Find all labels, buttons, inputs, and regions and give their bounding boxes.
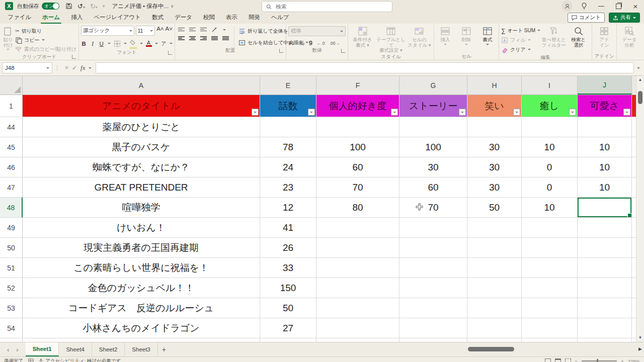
ribbon-tab-ホーム[interactable]: ホーム [37, 12, 65, 24]
cell-H52[interactable] [467, 278, 522, 298]
shrink-font-button[interactable]: A˅ [166, 26, 173, 36]
cell-E47[interactable]: 23 [260, 177, 316, 198]
cell-H46[interactable]: 30 [467, 157, 522, 177]
cell-J49[interactable] [578, 218, 632, 238]
italic-button[interactable]: I [90, 41, 96, 47]
cell-F50[interactable] [316, 238, 399, 258]
cell-I49[interactable] [522, 218, 578, 238]
cell-G54[interactable] [399, 318, 467, 338]
insert-function-button[interactable]: fx [80, 64, 85, 72]
cell-styles-button[interactable]: セルの スタイル ▾ [407, 25, 432, 48]
cell-G46[interactable]: 30 [399, 157, 467, 177]
scroll-down-arrow[interactable]: ▼ [638, 334, 642, 341]
column-header-F[interactable]: F [316, 76, 399, 95]
cell-J44[interactable] [578, 117, 632, 137]
cell-A54[interactable]: 小林さんちのメイドラゴン [23, 318, 260, 338]
cell-H50[interactable] [467, 238, 522, 258]
cell-E49[interactable]: 41 [260, 218, 316, 238]
cell-A47[interactable]: GREAT PRETENDER [23, 177, 260, 198]
dialog-launcher-icon[interactable] [341, 49, 345, 53]
row-header-47[interactable]: 47 [0, 177, 23, 198]
cell-H54[interactable] [467, 318, 522, 338]
sort-filter-button[interactable]: 並べ替えと フィルター [541, 25, 567, 48]
comments-button[interactable]: コメント [568, 13, 605, 23]
fill-color-button[interactable] [130, 38, 137, 49]
cell-F52[interactable] [316, 278, 399, 298]
row-header-45[interactable]: 45 [0, 137, 23, 157]
cell-J51[interactable] [578, 258, 632, 278]
row-header-51[interactable]: 51 [0, 258, 23, 278]
cell-A49[interactable]: けいおん！ [23, 218, 260, 238]
cell-E46[interactable]: 24 [260, 157, 316, 177]
page-break-view-button[interactable] [565, 358, 571, 362]
orientation-icon[interactable] [211, 27, 218, 33]
cut-button[interactable]: ✂切り取り [15, 27, 76, 35]
header-cell-I[interactable]: 癒し [522, 95, 578, 117]
account-avatar[interactable] [561, 1, 573, 12]
cell-F51[interactable] [316, 258, 399, 278]
name-box[interactable]: J48 [2, 62, 52, 73]
select-all-corner[interactable] [0, 76, 23, 95]
ribbon-tab-ファイル[interactable]: ファイル [2, 12, 37, 24]
cell-A46[interactable]: 蜘蛛ですが、なにか？ [23, 157, 260, 177]
filter-button-F[interactable] [391, 109, 398, 116]
ribbon-tab-ページレイアウト[interactable]: ページレイアウト [88, 12, 146, 24]
cell-F48[interactable]: 80 [316, 198, 399, 218]
accessibility-status[interactable]: アクセシビリティ: 検討が必要です [39, 358, 121, 362]
conditional-formatting-button[interactable]: 条件付き 書式 ▾ [350, 25, 375, 48]
cell-E50[interactable]: 26 [260, 238, 316, 258]
dialog-launcher-icon[interactable] [279, 49, 283, 53]
cancel-formula-button[interactable]: × [65, 64, 68, 71]
cell-G49[interactable] [399, 218, 467, 238]
filter-button-E[interactable] [308, 109, 315, 116]
scroll-right-arrow[interactable]: ▶ [638, 346, 642, 351]
cell-J52[interactable] [578, 278, 632, 298]
delete-cells-button[interactable]: 削除 [457, 25, 475, 45]
cell-G53[interactable] [399, 298, 467, 318]
cell-H51[interactable] [467, 258, 522, 278]
bold-button[interactable]: B [81, 41, 87, 47]
zoom-slider-knob[interactable] [597, 359, 598, 362]
cell-F45[interactable]: 100 [316, 137, 399, 157]
row-header-53[interactable]: 53 [0, 298, 23, 318]
increase-indent-icon[interactable] [222, 36, 229, 41]
comma-format-button[interactable]: 9 [309, 39, 312, 47]
align-top-icon[interactable] [178, 28, 185, 32]
restore-button[interactable] [610, 0, 627, 12]
scroll-up-arrow[interactable]: ▲ [638, 76, 642, 83]
undo-button[interactable]: ↺▾ [77, 3, 85, 10]
cell-J54[interactable] [578, 318, 632, 338]
column-header-J[interactable]: J [578, 76, 632, 95]
cell-E48[interactable]: 12 [260, 198, 316, 218]
cell-J47[interactable]: 10 [578, 177, 632, 198]
cell-A52[interactable]: 金色のガッシュベル！！ [23, 278, 260, 298]
filter-button-H[interactable] [513, 109, 520, 116]
cell-I50[interactable] [522, 238, 578, 258]
cell-F53[interactable] [316, 298, 399, 318]
cell-G48[interactable]: 70 [399, 198, 467, 218]
row-header-54[interactable]: 54 [0, 318, 23, 338]
share-button[interactable]: 共有 [609, 13, 640, 23]
cell-J53[interactable] [578, 298, 632, 318]
lightbulb-icon[interactable] [576, 0, 593, 12]
font-size-select[interactable]: 11 [136, 26, 155, 36]
qat-customize-button[interactable]: ▾ [103, 4, 105, 9]
decrease-decimal-button[interactable]: .00→ [330, 41, 340, 46]
horizontal-scrollbar[interactable] [393, 347, 635, 351]
cell-A51[interactable]: この素晴らしい世界に祝福を！ [23, 258, 260, 278]
cell-G44[interactable] [399, 117, 467, 137]
cell-I52[interactable] [522, 278, 578, 298]
align-right-icon[interactable] [200, 36, 207, 41]
cell-G50[interactable] [399, 238, 467, 258]
autosave-toggle[interactable]: 自動保存 オン [17, 3, 59, 10]
close-button[interactable]: × [627, 0, 644, 12]
ribbon-tab-数式[interactable]: 数式 [146, 12, 169, 24]
row-header-1[interactable]: 1 [0, 95, 23, 117]
zoom-slider[interactable] [582, 360, 617, 361]
add-sheet-button[interactable]: + [158, 342, 170, 356]
sheet-tab-Sheet1[interactable]: Sheet1 [26, 342, 59, 356]
cell-F46[interactable]: 60 [316, 157, 399, 177]
align-left-icon[interactable] [178, 36, 185, 41]
cell-A44[interactable]: 薬屋のひとりごと [23, 117, 260, 137]
vertical-scrollbar[interactable]: ▲ ▼ [636, 76, 644, 342]
